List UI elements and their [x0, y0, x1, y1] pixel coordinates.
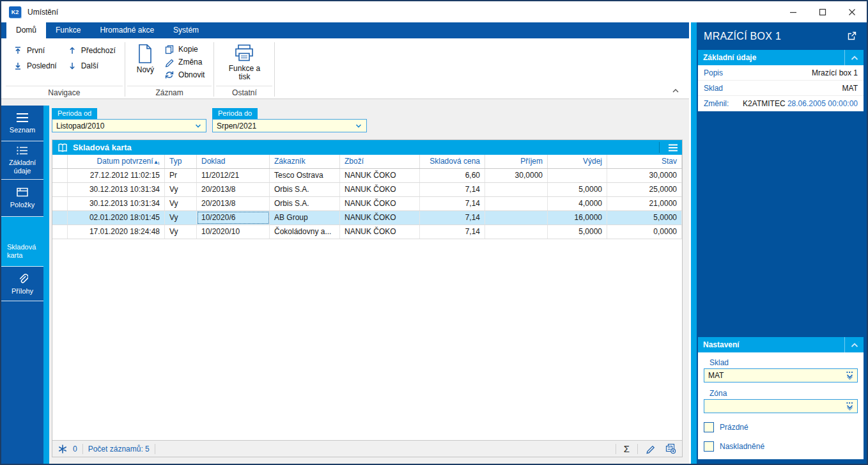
table-cell[interactable]: 10/2020/6 [197, 211, 270, 225]
table-cell[interactable]: 4,0000 [548, 197, 607, 210]
tab-domu[interactable]: Domů [6, 22, 46, 38]
lookup-dropdown-icon[interactable] [844, 370, 855, 381]
checkbox-naskladnene[interactable]: Naskladněné [704, 441, 858, 452]
table-cell[interactable]: 7,14 [420, 225, 485, 239]
table-cell[interactable]: NANUK ČOKO [340, 211, 420, 225]
tab-hromadne-akce[interactable]: Hromadné akce [90, 22, 164, 38]
column-header-1[interactable]: Datum potvrzení▴₁ [68, 155, 165, 168]
maximize-button[interactable] [808, 1, 837, 22]
refresh-button[interactable]: Obnovit [160, 68, 208, 81]
column-header-7[interactable]: Příjem [485, 155, 548, 168]
column-header-3[interactable]: Doklad [197, 155, 270, 168]
table-cell[interactable]: NANUK ČOKO [340, 225, 420, 239]
first-button[interactable]: První [9, 44, 61, 57]
close-button[interactable] [837, 1, 867, 22]
column-header-8[interactable]: Výdej [548, 155, 607, 168]
table-cell[interactable]: 20/2013/8 [197, 183, 270, 196]
sidebar-item-prilohy[interactable]: Přílohy [1, 267, 43, 301]
collapse-ribbon-button[interactable] [671, 87, 680, 93]
row-selector-cell[interactable] [52, 211, 68, 225]
table-cell[interactable]: 5,0000 [548, 183, 607, 196]
table-cell[interactable]: 7,14 [420, 197, 485, 210]
column-header-2[interactable]: Typ [165, 155, 197, 168]
checkbox-box[interactable] [704, 441, 714, 452]
asterisk-filter-icon[interactable] [58, 444, 68, 454]
table-cell[interactable]: NANUK ČOKO [340, 169, 420, 182]
table-cell[interactable]: 27.12.2012 11:02:15 [68, 169, 165, 182]
collapse-section-button[interactable] [844, 50, 864, 65]
table-cell[interactable]: Tesco Ostrava [270, 169, 340, 182]
table-cell[interactable]: 30.12.2013 10:31:34 [68, 197, 165, 210]
next-button[interactable]: Další [63, 59, 120, 72]
sidebar-item-seznam[interactable]: Seznam [1, 106, 43, 141]
table-cell[interactable]: Vy [165, 225, 197, 239]
checkbox-box[interactable] [704, 422, 714, 432]
sum-button[interactable]: Σ [621, 443, 632, 454]
table-cell[interactable]: 0,0000 [607, 225, 682, 239]
table-cell[interactable]: 7,14 [420, 183, 485, 196]
table-cell[interactable]: Vy [165, 183, 197, 196]
table-cell[interactable]: 5,0000 [548, 225, 607, 239]
table-cell[interactable] [485, 211, 548, 225]
sidebar-item-skladova-karta[interactable]: Skladová karta [1, 217, 43, 267]
open-in-window-button[interactable] [846, 31, 857, 42]
table-row[interactable]: 27.12.2012 11:02:15Pr11/2012/21Tesco Ost… [52, 169, 682, 183]
checkbox-prazdne[interactable]: Prázdné [704, 422, 858, 432]
tab-funkce[interactable]: Funkce [46, 22, 90, 38]
sidebar-item-zakladni-udaje[interactable]: Základní údaje [1, 141, 43, 180]
row-selector-cell[interactable] [52, 197, 68, 210]
row-selector-cell[interactable] [52, 169, 68, 182]
table-cell[interactable]: Čokoládovny a... [270, 225, 340, 239]
row-selector-cell[interactable] [52, 225, 68, 239]
table-cell[interactable] [485, 197, 548, 210]
table-cell[interactable] [485, 183, 548, 196]
row-selector-cell[interactable] [52, 183, 68, 196]
table-cell[interactable] [548, 169, 607, 182]
column-header-6[interactable]: Skladová cena [420, 155, 485, 168]
table-cell[interactable]: 21,0000 [607, 197, 682, 210]
chevron-down-icon[interactable] [193, 121, 203, 131]
collapse-section-button[interactable] [844, 337, 864, 352]
table-menu-button[interactable] [664, 140, 682, 155]
table-cell[interactable]: 25,0000 [607, 183, 682, 196]
chevron-down-icon[interactable] [353, 121, 364, 131]
table-cell[interactable]: Pr [165, 169, 197, 182]
last-button[interactable]: Poslední [9, 59, 61, 72]
table-cell[interactable]: AB Group [270, 211, 340, 225]
table-cell[interactable]: Orbis S.A. [270, 183, 340, 196]
change-button[interactable]: Změna [160, 56, 208, 68]
column-header-5[interactable]: Zboží [340, 155, 420, 168]
table-cell[interactable]: 30,0000 [485, 169, 548, 182]
period-to-input[interactable]: Srpen/2021 [212, 119, 367, 132]
table-cell[interactable]: Orbis S.A. [270, 197, 340, 210]
table-row[interactable]: 30.12.2013 10:31:34Vy20/2013/8Orbis S.A.… [52, 197, 682, 211]
column-header-0[interactable] [52, 155, 68, 168]
table-cell[interactable]: 6,60 [420, 169, 485, 182]
tab-system[interactable]: Systém [164, 22, 208, 38]
new-button[interactable]: Nový [130, 43, 160, 86]
column-header-4[interactable]: Zákazník [270, 155, 340, 168]
edit-button[interactable] [643, 443, 658, 454]
table-row[interactable]: 17.01.2020 18:24:48Vy10/2020/10Čokoládov… [52, 225, 682, 239]
table-cell[interactable] [485, 225, 548, 239]
table-cell[interactable]: 5,0000 [607, 211, 682, 225]
sidebar-item-polozky[interactable]: Položky [1, 180, 43, 217]
lookup-dropdown-icon[interactable] [844, 401, 855, 411]
table-cell[interactable]: NANUK ČOKO [340, 183, 420, 196]
table-row[interactable]: 02.01.2020 18:01:45Vy10/2020/6AB GroupNA… [52, 211, 682, 225]
previous-button[interactable]: Předchozí [63, 44, 120, 57]
table-cell[interactable]: 17.01.2020 18:24:48 [68, 225, 165, 239]
table-cell[interactable]: 10/2020/10 [197, 225, 270, 239]
table-row[interactable]: 30.12.2013 10:31:34Vy20/2013/8Orbis S.A.… [52, 183, 682, 197]
zona-combo-input[interactable] [704, 399, 858, 413]
sklad-combo-input[interactable]: MAT [704, 368, 858, 382]
table-cell[interactable]: NANUK ČOKO [340, 197, 420, 210]
table-cell[interactable]: 11/2012/21 [197, 169, 270, 182]
period-from-input[interactable]: Listopad/2010 [52, 119, 206, 132]
table-cell[interactable]: 7,14 [420, 211, 485, 225]
column-header-9[interactable]: Stav [607, 155, 682, 168]
table-cell[interactable]: 16,0000 [548, 211, 607, 225]
minimize-button[interactable] [779, 1, 808, 22]
copy-button[interactable]: Kopie [160, 43, 208, 56]
new-window-copy-button[interactable] [663, 443, 678, 454]
